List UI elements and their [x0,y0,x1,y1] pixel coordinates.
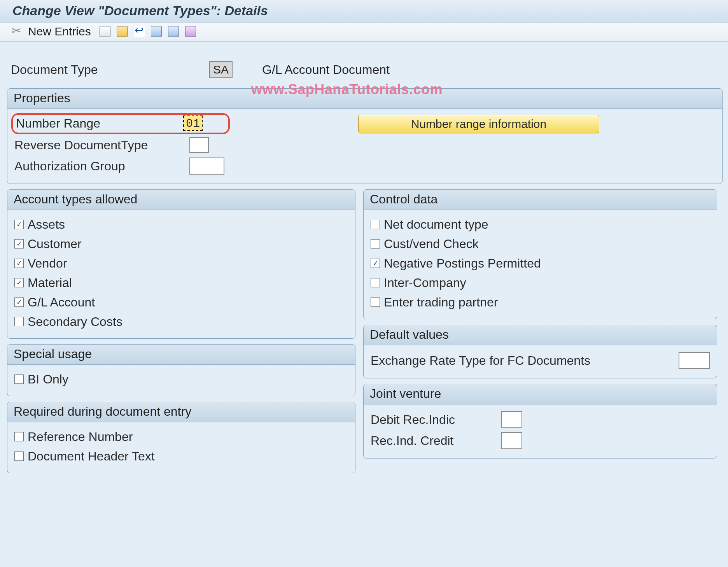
other-entry-icon[interactable] [185,26,196,37]
special-usage-heading: Special usage [7,345,355,365]
number-range-field[interactable]: 01 [183,116,203,131]
net-document-type-checkbox[interactable] [371,220,380,229]
cust-vend-check-label: Cust/vend Check [384,237,479,251]
delete-icon[interactable] [117,26,128,37]
negative-postings-label: Negative Postings Permitted [384,256,541,271]
joint-venture-panel: Joint venture Debit Rec.Indic Rec.Ind. C… [363,384,717,458]
toolbar: New Entries [0,23,728,42]
account-types-panel: Account types allowed Assets Customer Ve… [7,189,355,339]
page-title: Change View "Document Types": Details [0,0,728,23]
number-range-label: Number Range [16,116,183,131]
inter-company-checkbox[interactable] [371,278,380,287]
gl-account-label: G/L Account [28,295,95,310]
customer-checkbox[interactable] [14,239,24,248]
material-label: Material [28,276,72,290]
authorization-group-field[interactable] [189,158,224,175]
control-data-panel: Control data Net document type Cust/vend… [363,189,717,319]
secondary-costs-checkbox[interactable] [14,317,24,326]
vendor-label: Vendor [28,256,67,271]
control-data-heading: Control data [364,190,717,210]
bi-only-label: BI Only [28,372,68,387]
net-document-type-label: Net document type [384,217,488,232]
rec-ind-credit-field[interactable] [501,432,522,449]
rec-ind-credit-label: Rec.Ind. Credit [371,434,495,448]
material-checkbox[interactable] [14,278,24,287]
assets-checkbox[interactable] [14,220,24,229]
default-values-panel: Default values Exchange Rate Type for FC… [363,325,717,378]
inter-company-label: Inter-Company [384,276,466,290]
new-entries-button[interactable]: New Entries [28,25,91,38]
gl-account-checkbox[interactable] [14,298,24,307]
undo-icon[interactable] [134,26,145,37]
special-usage-panel: Special usage BI Only [7,344,355,396]
reverse-document-type-field[interactable] [189,137,209,153]
document-type-description: G/L Account Document [262,63,390,77]
watermark-text: www.SapHanaTutorials.com [251,81,443,98]
number-range-information-button[interactable]: Number range information [358,115,599,133]
reference-number-label: Reference Number [28,430,133,444]
display-change-icon[interactable] [12,26,23,37]
reference-number-checkbox[interactable] [14,432,24,441]
previous-entry-icon[interactable] [151,26,162,37]
required-entry-panel: Required during document entry Reference… [7,402,355,473]
copy-as-icon[interactable] [100,26,110,37]
joint-venture-heading: Joint venture [364,384,717,404]
bi-only-checkbox[interactable] [14,374,24,384]
required-entry-heading: Required during document entry [7,402,355,422]
exchange-rate-type-label: Exchange Rate Type for FC Documents [371,354,672,368]
next-entry-icon[interactable] [168,26,179,37]
number-range-highlight: Number Range 01 [11,113,230,134]
document-type-label: Document Type [11,63,194,77]
debit-rec-indic-label: Debit Rec.Indic [371,413,495,427]
customer-label: Customer [28,237,82,251]
reverse-document-type-label: Reverse DocumentType [14,138,186,152]
vendor-checkbox[interactable] [14,259,24,268]
cust-vend-check-checkbox[interactable] [371,239,380,248]
exchange-rate-type-field[interactable] [679,352,710,369]
document-type-value: SA [209,61,233,78]
account-types-heading: Account types allowed [7,190,355,210]
negative-postings-checkbox[interactable] [371,259,380,268]
enter-trading-partner-checkbox[interactable] [371,298,380,307]
default-values-heading: Default values [364,325,717,345]
authorization-group-label: Authorization Group [14,159,186,173]
enter-trading-partner-label: Enter trading partner [384,295,498,310]
document-header-text-label: Document Header Text [28,449,155,464]
assets-label: Assets [28,217,65,232]
properties-panel: Properties Number Range 01 Number range … [7,88,723,184]
document-header-text-checkbox[interactable] [14,452,24,461]
debit-rec-indic-field[interactable] [501,411,522,428]
secondary-costs-label: Secondary Costs [28,315,122,329]
